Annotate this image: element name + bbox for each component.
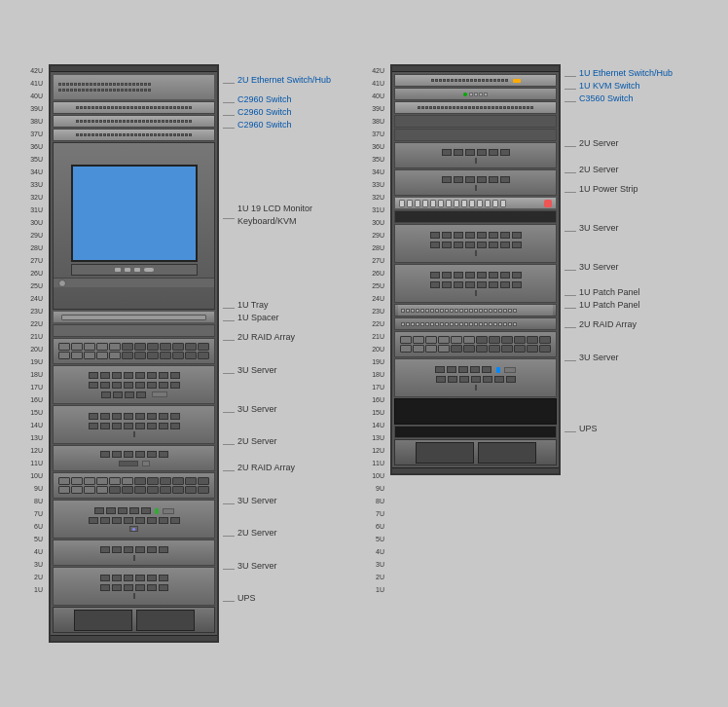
rack2-section: 42U 41U 40U 39U 38U 37U 36U 35U 34U 33U … [369,64,701,596]
rack2-c3560 [394,101,557,114]
label-r2-server-3u-1: 3U Server [576,222,619,235]
rack2-empty-dark-3 [394,426,557,438]
rack1-server-3u-4 [53,567,215,606]
label-r2-eth-switch: 1U Ethernet Switch/Hub [576,67,673,80]
rack1-server-2u-2 [53,540,215,566]
label-server-3u-2: 3U Server [235,403,277,416]
rack2 [390,64,561,475]
rack1-ups [53,607,215,633]
rack2-kvm-switch [394,88,557,100]
rack1-lcd-kvm [53,142,215,310]
page-container: 42U 41U 40U 39U 38U 37U 36U 35U 34U 33U … [27,64,701,643]
label-raid-2: 2U RAID Array [235,462,295,474]
rack1-raid-2 [53,472,215,499]
switch-ports-row2 [56,88,211,93]
rack2-server-2u-2 [394,169,557,196]
label-tray: 1U Tray [235,299,269,312]
label-server-3u-1: 3U Server [235,364,277,377]
label-r2-ups: UPS [576,423,598,435]
rack1-2u-switch [53,74,215,100]
rack2-server-3u-3 [394,358,557,397]
rack2-patch-2 [394,317,557,330]
label-r2-kvm: 1U KVM Switch [576,80,640,93]
rack2-empty-2 [394,129,557,141]
label-r2-raid: 2U RAID Array [576,318,637,331]
rack2-bottom-cap [392,467,559,473]
rack1-server-2u-1 [53,445,215,471]
label-lcd-kvm: 1U 19 LCD MonitorKeyboard/KVM [235,203,312,228]
rack2-server-3u-2 [394,264,557,303]
rack2-ups [394,439,557,465]
rack1-c2960-2 [53,115,215,128]
rack2-server-3u-1 [394,224,557,263]
label-raid-1: 2U RAID Array [235,331,295,344]
label-r2-server-3u-3: 3U Server [576,352,619,364]
rack2-unit-numbers: 42U 41U 40U 39U 38U 37U 36U 35U 34U 33U … [369,64,386,596]
rack1-unit-numbers: 42U 41U 40U 39U 38U 37U 36U 35U 34U 33U … [27,64,45,596]
rack2-server-2u-1 [394,142,557,168]
label-r2-power-strip: 1U Power Strip [576,183,638,196]
label-r2-server-2u-1: 2U Server [576,137,619,150]
label-server-3u-4: 3U Server [235,560,277,573]
rack2-labels: 1U Ethernet Switch/Hub 1U KVM Switch C35… [564,64,701,442]
rack1-server-3u-1 [53,365,215,404]
lcd-controls [71,264,198,276]
rack2-empty-dark-2 [394,398,557,425]
label-r2-c3560: C3560 Switch [576,93,634,105]
label-r2-server-3u-2: 3U Server [576,261,619,274]
label-c2960-1: C2960 Switch [235,93,292,106]
rack2-raid [394,331,557,357]
rack1-bottom-cap [51,635,217,641]
lcd-screen [71,165,198,262]
rack2-inner [392,72,559,467]
rack1-tray [53,311,215,323]
label-server-2u-1: 2U Server [235,435,277,448]
label-spacer: 1U Spacer [235,312,279,324]
rack1-server-3u-2 [53,405,215,444]
kvm-button [58,279,66,287]
label-r2-patch-1: 1U Patch Panel [576,286,640,299]
switch-ports-row1 [56,82,211,87]
rack1-section: 42U 41U 40U 39U 38U 37U 36U 35U 34U 33U … [27,64,359,643]
label-server-2u-2: 2U Server [235,527,277,540]
label-ups-1: UPS [235,592,256,605]
label-r2-patch-2: 1U Patch Panel [576,299,640,312]
rack1-spacer [53,324,215,337]
label-c2960-2: C2960 Switch [235,106,292,119]
rack1-labels: 2U Ethernet Switch/Hub C2960 Switch C296… [223,64,359,612]
label-c2960-3: C2960 Switch [235,119,292,131]
label-r2-server-2u-2: 2U Server [576,164,619,176]
rack1-server-3u-3 [53,500,215,539]
label-server-3u-3: 3U Server [235,495,277,507]
label-2u-switch: 2U Ethernet Switch/Hub [235,74,331,87]
rack1-c2960-3 [53,129,215,141]
rack1-raid-1 [53,338,215,364]
rack2-empty-dark-1 [394,210,557,223]
rack2-eth-switch [394,74,557,87]
rack2-power-strip [394,197,557,209]
rack1-inner [51,72,217,635]
rack2-patch-1 [394,304,557,316]
rack2-empty-1 [394,115,557,128]
rack1-c2960-1 [53,101,215,114]
rack1 [49,64,219,643]
